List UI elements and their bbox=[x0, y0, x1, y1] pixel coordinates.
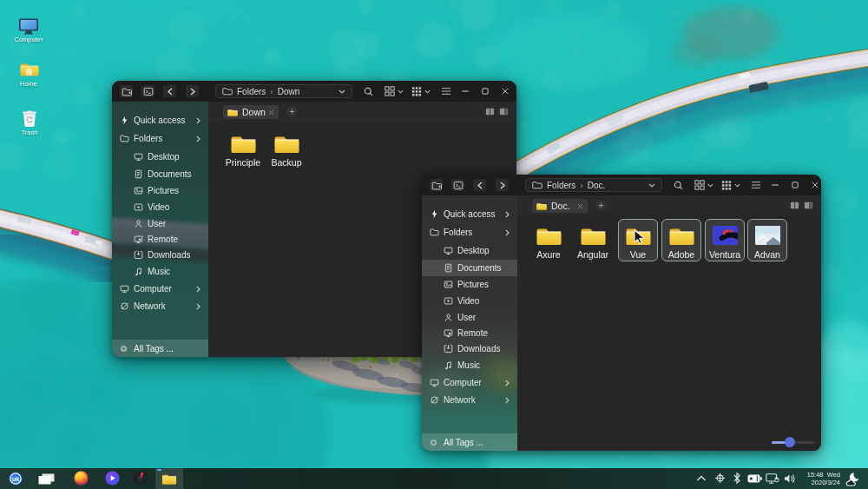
svg-text:uk: uk bbox=[12, 476, 19, 482]
